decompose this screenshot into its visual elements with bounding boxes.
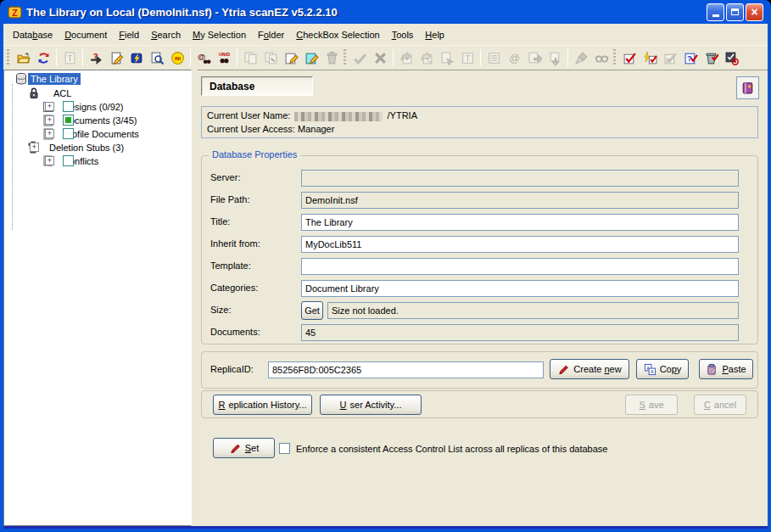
title-label: Title: [210,216,230,227]
copy-document-button[interactable] [240,48,260,68]
menu-folder[interactable]: Folder [252,27,290,42]
replica-id-input[interactable] [268,361,544,378]
enforce-acl-label: Enforce a consistent Access Control List… [296,444,607,454]
minimize-button[interactable] [707,3,724,21]
tree-item-documents[interactable]: + Documents (3/45) [42,114,139,127]
checkbox-uncheck-button[interactable] [660,48,680,68]
tree-checkbox[interactable] [63,128,74,139]
panel-splitter[interactable] [192,70,198,526]
tree-item-profile-documents[interactable]: + Profile Documents [42,127,142,141]
import-document-button[interactable] [545,48,565,68]
server-input[interactable] [301,170,739,187]
clean-button[interactable] [571,48,591,68]
inherit-from-input[interactable] [301,236,739,253]
get-size-button[interactable]: Get [301,301,323,320]
unid-search-icon: UNID [217,51,232,65]
menu-field[interactable]: Field [113,27,145,42]
checkbox-check-icon [623,51,637,65]
field-row-server: Server: [210,170,749,187]
open-database-button[interactable] [13,48,33,68]
tree-checkbox[interactable] [63,101,74,112]
documents-input[interactable] [301,324,739,341]
edit-document-button[interactable] [106,48,126,68]
new-note-alt-button[interactable] [301,48,321,68]
paste-button[interactable]: Paste [699,359,753,379]
minimize-icon [712,14,719,17]
create-response-all-button[interactable] [416,48,437,68]
checkbox-target-button[interactable] [721,48,741,68]
tree-item-designs[interactable]: + Designs (0/92) [42,100,126,114]
unid-search-button[interactable]: UNID [214,48,234,68]
template-input[interactable] [301,258,739,275]
database-lightning-button[interactable] [126,48,147,68]
delete-document-button[interactable] [321,48,342,68]
confirm-button[interactable] [349,48,370,68]
new-note-button[interactable] [281,48,301,68]
content-area: The Library ACL + Designs (0/92) + Docum… [3,70,768,526]
title-input[interactable] [301,214,739,231]
expand-icon[interactable]: + [45,102,54,111]
menu-checkbox-selection[interactable]: CheckBox Selection [290,27,385,42]
export-note-icon [440,51,455,65]
menu-my-selection[interactable]: My Selection [187,27,252,42]
close-button[interactable]: × [746,3,763,21]
menu-help[interactable]: Help [419,27,450,42]
window-bottom-edge [3,526,768,529]
send-document-button[interactable] [524,48,545,68]
create-response-button[interactable] [396,48,416,68]
replication-history-button[interactable]: Replication History... [213,395,312,415]
cancel-button[interactable] [370,48,390,68]
title-button[interactable]: T [59,48,80,68]
toolbar-grip[interactable] [344,49,346,66]
tree-item-the-library[interactable]: The Library [14,72,81,86]
create-new-button[interactable]: Create new [550,359,629,379]
current-user-box: Current User Name: /YTRIA Current User A… [201,106,758,138]
tree-item-acl[interactable]: ACL [27,87,74,100]
checkbox-check-button[interactable] [619,48,640,68]
tree-item-deletion-stubs[interactable]: + Deletion Stubs (3) [26,141,126,154]
menu-database[interactable]: Database [7,27,59,42]
file-path-input[interactable] [301,192,739,209]
size-input[interactable] [327,302,739,319]
tree-checkbox-checked[interactable] [63,115,74,126]
compare-button[interactable] [591,48,612,68]
export-note-button[interactable] [437,48,457,68]
paste-document-button[interactable] [260,48,281,68]
question-arrow-button[interactable]: ? [86,48,106,68]
checkbox-delete-button[interactable] [701,48,721,68]
menu-document[interactable]: Document [59,27,113,42]
copy-button[interactable]: AA Copy [636,359,689,379]
expand-icon[interactable]: + [45,115,54,125]
database-lightning-icon [130,51,144,65]
set-acl-button[interactable]: Set [213,438,275,458]
delete-document-icon [325,51,339,65]
tree-checkbox[interactable] [63,155,74,166]
checkbox-lightning-button[interactable] [640,48,660,68]
menu-tools[interactable]: Tools [386,27,420,42]
field-row-template: Template: [210,258,749,275]
checkbox-question-button[interactable]: ? [680,48,701,68]
save-button[interactable]: Save [625,395,678,415]
refresh-button[interactable] [33,48,53,68]
formula-search-button[interactable]: @ [193,48,214,68]
actions-group: Replication History... User Activity... … [201,390,758,418]
help-book-button[interactable] [736,76,759,99]
expand-icon[interactable]: + [30,143,39,152]
menu-search[interactable]: Search [145,27,187,42]
field-row-inherit-from: Inherit from: [210,236,749,253]
search-database-button[interactable] [147,48,167,68]
tree-item-conflicts[interactable]: + Conflicts [42,154,101,168]
categories-input[interactable] [301,280,739,297]
ini-file-button[interactable]: INI [167,48,187,68]
formula-button[interactable]: @ [504,48,524,68]
text-properties-button[interactable]: T [457,48,478,68]
field-list-button[interactable] [483,48,504,68]
maximize-button[interactable] [726,3,744,21]
enforce-acl-checkbox[interactable] [279,443,290,454]
cancel-button[interactable]: Cancel [694,395,746,415]
toolbar-grip[interactable] [7,49,9,66]
user-activity-button[interactable]: User Activity... [320,395,422,415]
expand-icon[interactable]: + [45,156,54,165]
toolbar-grip[interactable] [613,49,616,66]
expand-icon[interactable]: + [45,129,54,138]
